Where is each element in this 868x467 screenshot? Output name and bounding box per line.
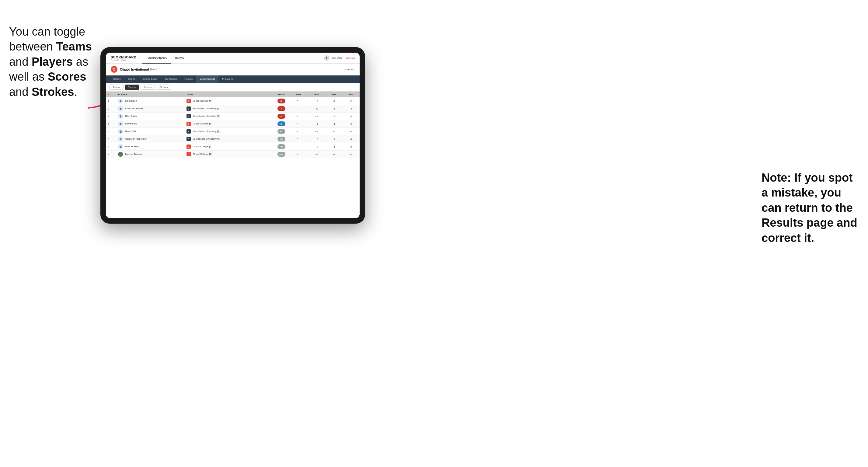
team-logo: C [186, 122, 191, 126]
powered-by: Powered by clippd [111, 59, 136, 61]
rd2-cell: E [325, 128, 343, 135]
col-total: TOTAL [263, 92, 287, 97]
total-badge: E [277, 121, 285, 126]
total-cell: +11 [263, 151, 287, 158]
rd2-cell: -6 [325, 97, 343, 105]
player-cell: 👤 Chris Robertson [116, 105, 184, 113]
nav-links: TOURNAMENTS TEAMS [143, 53, 187, 64]
player-name: Rees Britt [125, 130, 136, 133]
team-name: Scoreboard University [A] [193, 115, 220, 118]
rd1-cell: +1 [308, 128, 325, 135]
player-name: Cameron Robertson [125, 137, 147, 140]
rd1-cell: +5 [308, 135, 325, 143]
team-name: Clippd College [A] [193, 145, 212, 148]
rank-cell: 5 [106, 128, 116, 135]
table-row: 3 👤 Rich Butler S Scoreboard University … [106, 113, 360, 120]
sign-out-link[interactable]: Sign out [346, 57, 355, 59]
bold-players: Players [32, 55, 73, 68]
thru-cell: F [287, 113, 308, 120]
player-name: Blair McHarg [125, 145, 140, 148]
right-annotation: Note: If you spot a mistake, you can ret… [762, 170, 859, 246]
player-cell: 👤 Rich Butler [116, 113, 184, 120]
player-name: Rich Butler [125, 115, 137, 118]
table-row: 2 👤 Chris Robertson S Scoreboard Univers… [106, 105, 360, 113]
thru-cell: F [287, 105, 308, 113]
total-cell: E [263, 120, 287, 128]
thru-cell: F [287, 151, 308, 158]
sub-nav: Details Teams Course Setup Tee Groups Re… [106, 75, 360, 83]
cancel-button[interactable]: Cancel × [345, 68, 355, 71]
tab-printables[interactable]: Printables [218, 75, 237, 83]
rank-cell: 6 [106, 135, 116, 143]
team-logo: S [186, 114, 191, 118]
rd2-cell: +1 [325, 143, 343, 151]
team-logo: C [186, 99, 191, 103]
team-logo: C [186, 145, 191, 149]
rank-cell: 1 [106, 97, 116, 105]
nav-right: 👤 Test User | Sign out [324, 55, 355, 61]
rd1-cell: +3 [308, 97, 325, 105]
tab-leaderboards[interactable]: Leaderboards [196, 75, 218, 83]
user-name: Test User | [332, 57, 343, 59]
player-cell: 👤 Rees Britt [116, 128, 184, 135]
player-name: Elliot Ebert [125, 99, 137, 102]
tournament-logo: C [111, 66, 118, 73]
player-cell: 👤 David Ford [116, 120, 184, 128]
team-logo: S [186, 137, 191, 141]
rd1-cell: +1 [308, 113, 325, 120]
nav-tournaments[interactable]: TOURNAMENTS [143, 53, 171, 64]
team-cell: S Scoreboard University [A] [185, 105, 263, 113]
rank-cell: 4 [106, 120, 116, 128]
toggle-scores[interactable]: Scores [141, 85, 155, 90]
tournament-title: Clippd Invitational [120, 67, 149, 71]
team-cell: S Scoreboard University [A] [185, 135, 263, 143]
rank-cell: 3 [106, 113, 116, 120]
rd3-cell: E [342, 128, 360, 135]
thru-cell: F [287, 128, 308, 135]
team-logo: C [186, 152, 191, 156]
rd1-cell: +2 [308, 151, 325, 158]
col-player: PLAYER [116, 92, 184, 97]
player-avatar: 👤 [118, 144, 123, 149]
rd2-cell: -4 [325, 120, 343, 128]
toggle-players[interactable]: Players [125, 85, 140, 90]
toggle-teams[interactable]: Teams [110, 85, 124, 90]
team-name: Scoreboard University [A] [193, 107, 220, 110]
tab-details[interactable]: Details [110, 75, 124, 83]
col-rd3: RD3 [342, 92, 360, 97]
player-avatar: 👤 [118, 121, 123, 126]
table-row: 7 👤 Blair McHarg C Clippd College [A] +9… [106, 143, 360, 151]
logo-text: SCOREBOARD [111, 55, 136, 59]
bold-strokes: Strokes [32, 86, 74, 98]
rd3-cell: +3 [342, 120, 360, 128]
tournament-subtitle: (Men) [150, 68, 157, 71]
tab-tee-groups[interactable]: Tee Groups [161, 75, 181, 83]
player-avatar: 👤 [118, 106, 123, 111]
leaderboard-table: # PLAYER TEAM TOTAL THRU RD1 RD2 RD3 1 👤… [106, 92, 360, 218]
tab-course-setup[interactable]: Course Setup [139, 75, 161, 83]
team-name: Clippd College [A] [193, 153, 212, 155]
player-cell: 👤 Elliot Ebert [116, 97, 184, 105]
player-name: Marcus Turners [125, 153, 143, 155]
nav-teams[interactable]: TEAMS [171, 53, 188, 64]
player-avatar: 🌿 [118, 152, 123, 157]
team-cell: C Clippd College [A] [185, 120, 263, 128]
col-rd1: RD1 [308, 92, 325, 97]
table-row: 6 👤 Cameron Robertson S Scoreboard Unive… [106, 135, 360, 143]
top-nav: SCOREBOARD Powered by clippd TOURNAMENTS… [106, 53, 360, 64]
rd1-cell: +1 [308, 120, 325, 128]
team-name: Scoreboard University [A] [193, 130, 220, 133]
rank-cell: 2 [106, 105, 116, 113]
player-avatar: 👤 [118, 99, 123, 103]
total-badge: +9 [277, 144, 285, 149]
thru-cell: F [287, 97, 308, 105]
rd3-cell: +6 [342, 143, 360, 151]
tab-results[interactable]: Results [181, 75, 196, 83]
tab-teams[interactable]: Teams [124, 75, 139, 83]
total-badge: -4 [277, 106, 285, 111]
user-avatar: 👤 [324, 55, 330, 61]
rd1-cell: +2 [308, 143, 325, 151]
toggle-strokes[interactable]: Strokes [156, 85, 171, 90]
note-label: Note: If you spot a mistake, you can ret… [762, 171, 857, 244]
total-cell: -4 [263, 105, 287, 113]
